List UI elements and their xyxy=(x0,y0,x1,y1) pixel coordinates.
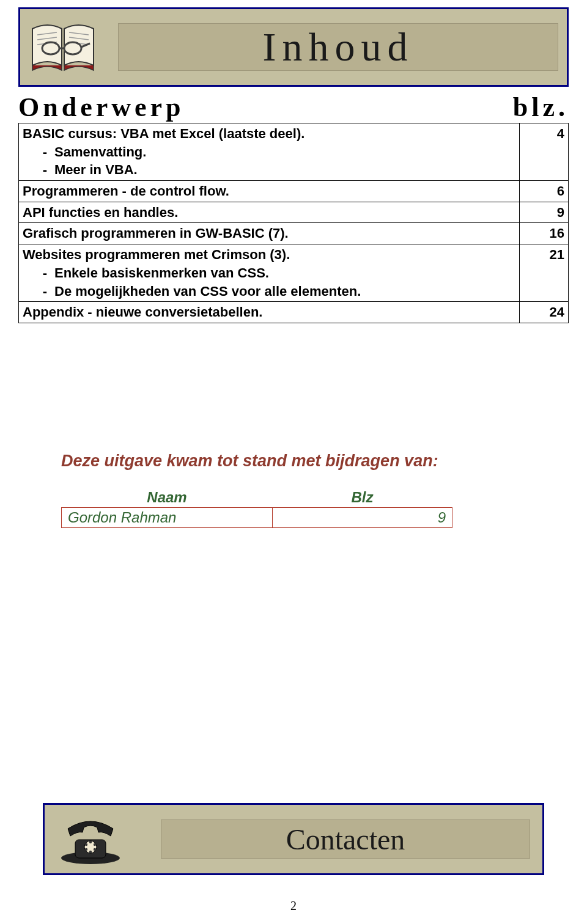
toc-row-title: API functies en handles. xyxy=(19,202,520,223)
toc-row: API functies en handles. 9 xyxy=(19,202,569,223)
toc-row: Grafisch programmeren in GW-BASIC (7). 1… xyxy=(19,223,569,244)
contrib-blz: 9 xyxy=(273,507,452,527)
header-banner: Inhoud xyxy=(18,7,569,87)
svg-point-17 xyxy=(85,848,87,851)
header-title: Inhoud xyxy=(263,24,414,70)
toc-header-row: Onderwerp blz. xyxy=(18,92,569,123)
toc-row-page: 16 xyxy=(520,223,569,244)
toc-row: Websites programmeren met Crimson (3). E… xyxy=(19,244,569,302)
toc-row-sub: De mogelijkheden van CSS voor alle eleme… xyxy=(47,282,515,301)
toc-row-title: Appendix - nieuwe conversietabellen. xyxy=(19,302,520,323)
vintage-phone-icon xyxy=(57,812,124,867)
svg-point-18 xyxy=(85,843,87,846)
toc-row: BASIC cursus: VBA met Excel (laatste dee… xyxy=(19,123,569,181)
toc-row-page: 4 xyxy=(520,123,569,181)
toc-row-sub: Meer in VBA. xyxy=(47,161,515,179)
credits-title: Deze uitgave kwam tot stand met bijdrage… xyxy=(61,452,526,471)
toc-subject-label: Onderwerp xyxy=(18,92,185,123)
contrib-blz-header: Blz xyxy=(273,488,452,508)
toc-table: BASIC cursus: VBA met Excel (laatste dee… xyxy=(18,123,569,323)
svg-point-16 xyxy=(89,851,92,853)
svg-point-13 xyxy=(89,841,92,843)
toc-row: Programmeren - de control flow. 6 xyxy=(19,181,569,202)
footer-title: Contacten xyxy=(286,823,405,856)
footer-banner: Contacten xyxy=(43,803,544,875)
toc-row-page: 6 xyxy=(520,181,569,202)
credits-section: Deze uitgave kwam tot stand met bijdrage… xyxy=(61,452,526,528)
toc-row-title: Programmeren - de control flow. xyxy=(19,181,520,202)
contrib-name: Gordon Rahman xyxy=(62,507,273,527)
toc-row-title: BASIC cursus: VBA met Excel (laatste dee… xyxy=(23,126,305,141)
toc-row-sub: Enkele basiskenmerken van CSS. xyxy=(47,264,515,282)
contributors-table: Naam Blz Gordon Rahman 9 xyxy=(61,488,452,528)
svg-point-15 xyxy=(94,848,96,851)
toc-page-label: blz. xyxy=(513,92,569,123)
toc-row-page: 21 xyxy=(520,244,569,302)
footer-title-box: Contacten xyxy=(161,820,530,859)
toc-row-page: 24 xyxy=(520,302,569,323)
toc-row-title: Websites programmeren met Crimson (3). xyxy=(23,247,290,262)
header-title-box: Inhoud xyxy=(118,23,558,71)
svg-point-14 xyxy=(94,843,96,846)
open-book-icon xyxy=(26,16,100,78)
page-number: 2 xyxy=(0,899,587,913)
toc-row-title: Grafisch programmeren in GW-BASIC (7). xyxy=(19,223,520,244)
toc-row-sub: Samenvatting. xyxy=(47,143,515,161)
toc-row-page: 9 xyxy=(520,202,569,223)
contrib-name-header: Naam xyxy=(62,488,273,508)
contrib-row: Gordon Rahman 9 xyxy=(62,507,452,527)
toc-row: Appendix - nieuwe conversietabellen. 24 xyxy=(19,302,569,323)
